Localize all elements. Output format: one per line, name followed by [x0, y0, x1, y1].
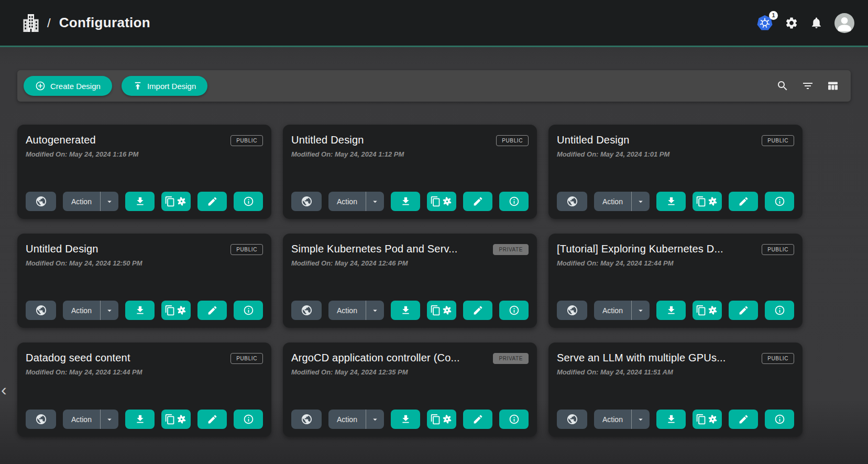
action-button[interactable]: Action [63, 192, 100, 211]
design-card: Untitled Design PUBLIC Modified On: May … [548, 125, 803, 219]
filter-icon [801, 80, 814, 92]
clone-button[interactable] [161, 410, 191, 429]
action-split-button: Action [63, 410, 118, 429]
caret-down-icon [636, 197, 645, 206]
modified-timestamp: Modified On: May 24, 2024 1:16 PM [26, 150, 263, 158]
clone-button[interactable] [161, 192, 191, 211]
clone-button[interactable] [427, 301, 456, 320]
visibility-badge: PRIVATE [493, 244, 529, 255]
action-dropdown-button[interactable] [632, 410, 650, 429]
action-button[interactable]: Action [594, 192, 631, 211]
action-button[interactable]: Action [594, 410, 631, 429]
action-dropdown-button[interactable] [101, 301, 118, 320]
clone-button[interactable] [427, 192, 456, 211]
edit-button[interactable] [197, 410, 227, 429]
globe-icon [35, 304, 47, 316]
info-button[interactable] [499, 192, 529, 211]
action-dropdown-button[interactable] [366, 410, 384, 429]
download-button[interactable] [391, 192, 420, 211]
action-button[interactable]: Action [328, 410, 366, 429]
info-button[interactable] [765, 301, 794, 320]
edit-button[interactable] [197, 192, 227, 211]
info-button[interactable] [499, 301, 529, 320]
info-button[interactable] [765, 192, 794, 211]
spin-icon [707, 195, 719, 207]
download-button[interactable] [125, 192, 155, 211]
import-design-label: Import Design [147, 82, 196, 91]
clone-button[interactable] [693, 301, 722, 320]
download-button[interactable] [656, 301, 686, 320]
edit-button[interactable] [463, 410, 492, 429]
search-button[interactable] [776, 80, 789, 92]
edit-button[interactable] [197, 301, 227, 320]
info-icon [243, 414, 254, 425]
action-dropdown-button[interactable] [632, 301, 650, 320]
modified-timestamp: Modified On: May 24, 2024 1:01 PM [557, 150, 794, 158]
action-split-button: Action [328, 301, 384, 320]
download-button[interactable] [125, 410, 155, 429]
action-dropdown-button[interactable] [632, 192, 650, 211]
download-button[interactable] [656, 192, 686, 211]
visibility-globe-button[interactable] [557, 410, 587, 429]
import-design-button[interactable]: Import Design [122, 76, 207, 96]
sidebar-collapse-chevron[interactable]: ‹ [1, 381, 7, 398]
edit-button[interactable] [729, 301, 758, 320]
visibility-globe-button[interactable] [557, 301, 587, 320]
visibility-globe-button[interactable] [26, 301, 56, 320]
action-button[interactable]: Action [63, 410, 100, 429]
create-design-button[interactable]: Create Design [24, 76, 112, 96]
action-button[interactable]: Action [328, 192, 366, 211]
info-button[interactable] [234, 192, 263, 211]
settings-button[interactable] [785, 16, 798, 30]
spin-icon [441, 195, 453, 207]
download-button[interactable] [391, 301, 420, 320]
action-dropdown-button[interactable] [366, 301, 384, 320]
action-button[interactable]: Action [63, 301, 100, 320]
visibility-globe-button[interactable] [557, 192, 587, 211]
edit-button[interactable] [729, 192, 758, 211]
info-button[interactable] [765, 410, 794, 429]
action-split-button: Action [328, 410, 384, 429]
visibility-badge: PUBLIC [762, 353, 794, 364]
action-button[interactable]: Action [594, 301, 631, 320]
clone-button[interactable] [693, 192, 722, 211]
action-button[interactable]: Action [328, 301, 366, 320]
user-avatar[interactable] [834, 13, 854, 33]
visibility-globe-button[interactable] [291, 301, 322, 320]
notifications-button[interactable] [810, 16, 823, 29]
card-action-row: Action [557, 301, 794, 320]
info-button[interactable] [499, 410, 529, 429]
visibility-globe-button[interactable] [291, 410, 322, 429]
visibility-globe-button[interactable] [26, 410, 56, 429]
download-button[interactable] [391, 410, 420, 429]
design-card: Untitled Design PUBLIC Modified On: May … [17, 234, 271, 328]
download-button[interactable] [125, 301, 155, 320]
clone-button[interactable] [693, 410, 722, 429]
info-button[interactable] [234, 301, 263, 320]
table-view-button[interactable] [827, 80, 839, 92]
create-design-label: Create Design [50, 82, 101, 91]
info-icon [774, 196, 785, 207]
filter-button[interactable] [801, 80, 814, 92]
download-icon [400, 305, 411, 316]
design-title: ArgoCD application controller (Co... [291, 352, 493, 364]
visibility-globe-button[interactable] [291, 192, 322, 211]
card-action-row: Action [291, 410, 529, 429]
edit-button[interactable] [729, 410, 758, 429]
info-icon [509, 414, 520, 425]
edit-button[interactable] [463, 192, 492, 211]
globe-icon [566, 195, 578, 207]
edit-button[interactable] [463, 301, 492, 320]
design-card: Datadog seed content PUBLIC Modified On:… [17, 343, 271, 437]
action-dropdown-button[interactable] [366, 192, 384, 211]
action-dropdown-button[interactable] [101, 410, 118, 429]
download-button[interactable] [656, 410, 686, 429]
kubernetes-context-button[interactable]: 1 [756, 15, 773, 31]
building-logo-icon[interactable] [23, 14, 39, 32]
clone-button[interactable] [161, 301, 191, 320]
clone-button[interactable] [427, 410, 456, 429]
visibility-globe-button[interactable] [26, 192, 56, 211]
spin-icon [707, 413, 719, 425]
action-dropdown-button[interactable] [101, 192, 118, 211]
info-button[interactable] [234, 410, 263, 429]
